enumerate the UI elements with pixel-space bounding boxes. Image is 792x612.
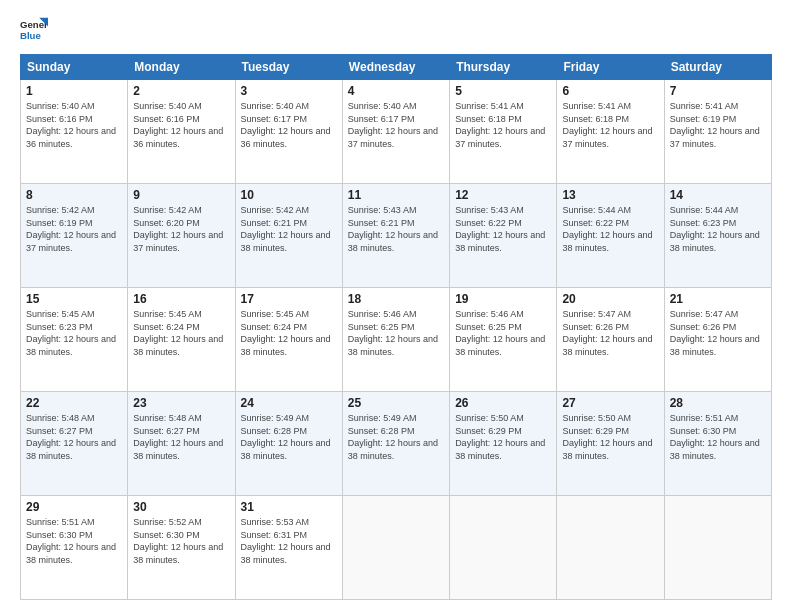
calendar-cell: 30Sunrise: 5:52 AMSunset: 6:30 PMDayligh… [128, 496, 235, 600]
day-number: 14 [670, 188, 766, 202]
calendar-cell: 4Sunrise: 5:40 AMSunset: 6:17 PMDaylight… [342, 80, 449, 184]
calendar-cell: 22Sunrise: 5:48 AMSunset: 6:27 PMDayligh… [21, 392, 128, 496]
calendar-cell: 3Sunrise: 5:40 AMSunset: 6:17 PMDaylight… [235, 80, 342, 184]
day-number: 15 [26, 292, 122, 306]
calendar-week-2: 8Sunrise: 5:42 AMSunset: 6:19 PMDaylight… [21, 184, 772, 288]
day-number: 1 [26, 84, 122, 98]
calendar-week-5: 29Sunrise: 5:51 AMSunset: 6:30 PMDayligh… [21, 496, 772, 600]
calendar-cell: 2Sunrise: 5:40 AMSunset: 6:16 PMDaylight… [128, 80, 235, 184]
day-info: Sunrise: 5:44 AMSunset: 6:22 PMDaylight:… [562, 205, 652, 253]
calendar-cell: 24Sunrise: 5:49 AMSunset: 6:28 PMDayligh… [235, 392, 342, 496]
day-info: Sunrise: 5:48 AMSunset: 6:27 PMDaylight:… [133, 413, 223, 461]
day-info: Sunrise: 5:40 AMSunset: 6:17 PMDaylight:… [348, 101, 438, 149]
header: General Blue [20, 16, 772, 44]
day-number: 23 [133, 396, 229, 410]
calendar-cell: 17Sunrise: 5:45 AMSunset: 6:24 PMDayligh… [235, 288, 342, 392]
day-header-thursday: Thursday [450, 55, 557, 80]
day-info: Sunrise: 5:51 AMSunset: 6:30 PMDaylight:… [26, 517, 116, 565]
day-info: Sunrise: 5:45 AMSunset: 6:23 PMDaylight:… [26, 309, 116, 357]
day-header-tuesday: Tuesday [235, 55, 342, 80]
calendar-cell: 13Sunrise: 5:44 AMSunset: 6:22 PMDayligh… [557, 184, 664, 288]
day-number: 16 [133, 292, 229, 306]
day-info: Sunrise: 5:52 AMSunset: 6:30 PMDaylight:… [133, 517, 223, 565]
calendar-cell: 15Sunrise: 5:45 AMSunset: 6:23 PMDayligh… [21, 288, 128, 392]
calendar-week-4: 22Sunrise: 5:48 AMSunset: 6:27 PMDayligh… [21, 392, 772, 496]
day-number: 27 [562, 396, 658, 410]
day-number: 12 [455, 188, 551, 202]
day-info: Sunrise: 5:42 AMSunset: 6:21 PMDaylight:… [241, 205, 331, 253]
calendar-cell [450, 496, 557, 600]
day-info: Sunrise: 5:53 AMSunset: 6:31 PMDaylight:… [241, 517, 331, 565]
calendar-cell: 8Sunrise: 5:42 AMSunset: 6:19 PMDaylight… [21, 184, 128, 288]
day-header-saturday: Saturday [664, 55, 771, 80]
day-header-monday: Monday [128, 55, 235, 80]
day-number: 7 [670, 84, 766, 98]
day-number: 20 [562, 292, 658, 306]
calendar-cell: 16Sunrise: 5:45 AMSunset: 6:24 PMDayligh… [128, 288, 235, 392]
calendar-cell: 27Sunrise: 5:50 AMSunset: 6:29 PMDayligh… [557, 392, 664, 496]
page: General Blue SundayMondayTuesdayWednesda… [0, 0, 792, 612]
day-number: 5 [455, 84, 551, 98]
day-info: Sunrise: 5:45 AMSunset: 6:24 PMDaylight:… [241, 309, 331, 357]
calendar-cell: 9Sunrise: 5:42 AMSunset: 6:20 PMDaylight… [128, 184, 235, 288]
day-number: 13 [562, 188, 658, 202]
calendar-cell [557, 496, 664, 600]
day-info: Sunrise: 5:47 AMSunset: 6:26 PMDaylight:… [562, 309, 652, 357]
day-info: Sunrise: 5:46 AMSunset: 6:25 PMDaylight:… [455, 309, 545, 357]
day-info: Sunrise: 5:40 AMSunset: 6:16 PMDaylight:… [133, 101, 223, 149]
calendar-cell: 11Sunrise: 5:43 AMSunset: 6:21 PMDayligh… [342, 184, 449, 288]
calendar-cell: 29Sunrise: 5:51 AMSunset: 6:30 PMDayligh… [21, 496, 128, 600]
day-number: 11 [348, 188, 444, 202]
day-number: 22 [26, 396, 122, 410]
day-info: Sunrise: 5:49 AMSunset: 6:28 PMDaylight:… [348, 413, 438, 461]
day-info: Sunrise: 5:41 AMSunset: 6:18 PMDaylight:… [455, 101, 545, 149]
day-header-sunday: Sunday [21, 55, 128, 80]
calendar-cell: 14Sunrise: 5:44 AMSunset: 6:23 PMDayligh… [664, 184, 771, 288]
calendar-cell: 19Sunrise: 5:46 AMSunset: 6:25 PMDayligh… [450, 288, 557, 392]
day-number: 8 [26, 188, 122, 202]
calendar-cell [342, 496, 449, 600]
day-number: 3 [241, 84, 337, 98]
calendar-cell: 21Sunrise: 5:47 AMSunset: 6:26 PMDayligh… [664, 288, 771, 392]
day-info: Sunrise: 5:50 AMSunset: 6:29 PMDaylight:… [455, 413, 545, 461]
calendar-cell: 7Sunrise: 5:41 AMSunset: 6:19 PMDaylight… [664, 80, 771, 184]
day-info: Sunrise: 5:51 AMSunset: 6:30 PMDaylight:… [670, 413, 760, 461]
calendar-week-3: 15Sunrise: 5:45 AMSunset: 6:23 PMDayligh… [21, 288, 772, 392]
day-number: 2 [133, 84, 229, 98]
calendar-cell: 5Sunrise: 5:41 AMSunset: 6:18 PMDaylight… [450, 80, 557, 184]
day-number: 30 [133, 500, 229, 514]
day-number: 25 [348, 396, 444, 410]
day-number: 19 [455, 292, 551, 306]
day-number: 26 [455, 396, 551, 410]
calendar-cell [664, 496, 771, 600]
calendar-cell: 18Sunrise: 5:46 AMSunset: 6:25 PMDayligh… [342, 288, 449, 392]
day-number: 24 [241, 396, 337, 410]
calendar-cell: 10Sunrise: 5:42 AMSunset: 6:21 PMDayligh… [235, 184, 342, 288]
calendar-cell: 25Sunrise: 5:49 AMSunset: 6:28 PMDayligh… [342, 392, 449, 496]
logo: General Blue [20, 16, 48, 44]
day-info: Sunrise: 5:41 AMSunset: 6:18 PMDaylight:… [562, 101, 652, 149]
day-number: 10 [241, 188, 337, 202]
day-info: Sunrise: 5:44 AMSunset: 6:23 PMDaylight:… [670, 205, 760, 253]
day-info: Sunrise: 5:50 AMSunset: 6:29 PMDaylight:… [562, 413, 652, 461]
svg-text:Blue: Blue [20, 30, 41, 41]
day-header-friday: Friday [557, 55, 664, 80]
day-info: Sunrise: 5:46 AMSunset: 6:25 PMDaylight:… [348, 309, 438, 357]
day-info: Sunrise: 5:40 AMSunset: 6:16 PMDaylight:… [26, 101, 116, 149]
day-number: 21 [670, 292, 766, 306]
calendar-cell: 20Sunrise: 5:47 AMSunset: 6:26 PMDayligh… [557, 288, 664, 392]
calendar-week-1: 1Sunrise: 5:40 AMSunset: 6:16 PMDaylight… [21, 80, 772, 184]
logo-icon: General Blue [20, 16, 48, 44]
day-info: Sunrise: 5:43 AMSunset: 6:22 PMDaylight:… [455, 205, 545, 253]
day-number: 31 [241, 500, 337, 514]
calendar-cell: 12Sunrise: 5:43 AMSunset: 6:22 PMDayligh… [450, 184, 557, 288]
calendar-table: SundayMondayTuesdayWednesdayThursdayFrid… [20, 54, 772, 600]
day-number: 29 [26, 500, 122, 514]
day-number: 18 [348, 292, 444, 306]
day-info: Sunrise: 5:47 AMSunset: 6:26 PMDaylight:… [670, 309, 760, 357]
calendar-cell: 31Sunrise: 5:53 AMSunset: 6:31 PMDayligh… [235, 496, 342, 600]
calendar-cell: 1Sunrise: 5:40 AMSunset: 6:16 PMDaylight… [21, 80, 128, 184]
calendar-cell: 26Sunrise: 5:50 AMSunset: 6:29 PMDayligh… [450, 392, 557, 496]
day-number: 17 [241, 292, 337, 306]
day-info: Sunrise: 5:43 AMSunset: 6:21 PMDaylight:… [348, 205, 438, 253]
